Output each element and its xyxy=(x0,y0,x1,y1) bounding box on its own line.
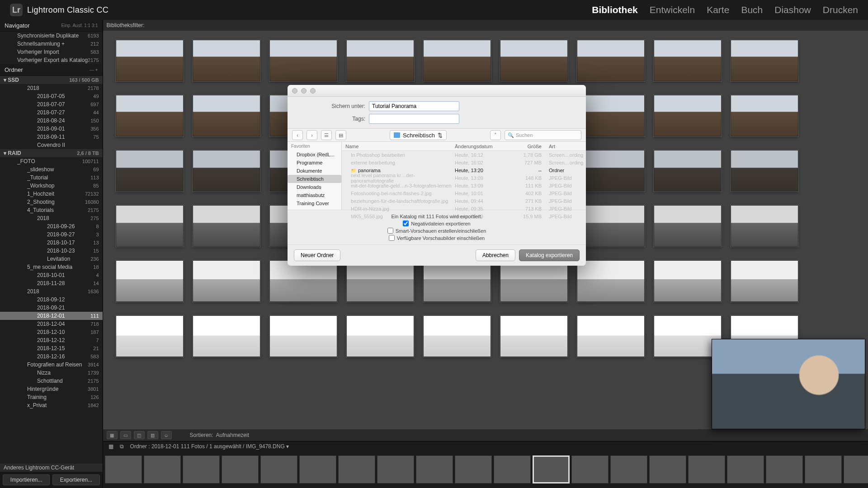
module-print[interactable]: Drucken xyxy=(823,5,858,15)
import-button[interactable]: Importieren... xyxy=(3,474,50,485)
folder-row[interactable]: 2018-09-12 xyxy=(0,296,103,304)
folder-row[interactable]: 2018275 xyxy=(0,214,103,222)
folder-row[interactable]: 2018-09-273 xyxy=(0,230,103,239)
thumbnail[interactable] xyxy=(269,40,337,81)
opt-smart-previews[interactable]: Smart-Vorschauen erstellen/einschließen xyxy=(387,228,486,234)
thumbnail[interactable] xyxy=(193,95,260,136)
thumbnail[interactable] xyxy=(116,150,184,192)
sidebar-favorite[interactable]: Training Cover xyxy=(288,199,341,207)
view-loupe-icon[interactable]: ▭ xyxy=(120,431,131,439)
filmstrip-thumb[interactable] xyxy=(144,455,181,483)
folder-row[interactable]: Schottland2175 xyxy=(0,377,103,385)
filmstrip-thumb[interactable] xyxy=(338,455,375,483)
new-folder-button[interactable]: Neuer Ordner xyxy=(294,249,340,261)
folder-row[interactable]: 2018-12-10187 xyxy=(0,328,103,336)
thumbnail[interactable] xyxy=(731,205,798,247)
folder-row[interactable]: Covendro II xyxy=(0,141,103,149)
sidebar-favorite[interactable]: Downloads xyxy=(288,183,341,191)
export-button[interactable]: Exportieren... xyxy=(52,474,99,485)
view-survey-icon[interactable]: ▥ xyxy=(147,431,158,439)
thumbnail[interactable] xyxy=(731,150,798,192)
folder-row[interactable]: 2018-07-2744 xyxy=(0,108,103,117)
module-slideshow[interactable]: Diashow xyxy=(774,5,811,15)
traffic-max-icon[interactable] xyxy=(310,88,316,94)
folder-row[interactable]: 2018-10-1713 xyxy=(0,239,103,247)
view-compare-icon[interactable]: ◫ xyxy=(134,431,145,439)
folder-row[interactable]: 2018-12-04718 xyxy=(0,320,103,328)
navigator-zoom[interactable]: Einp. Ausf. 1:1 3:1 xyxy=(61,23,98,28)
filmstrip-thumb[interactable] xyxy=(494,455,531,483)
filmstrip-thumb[interactable] xyxy=(105,455,142,483)
folder-row[interactable]: 2018-12-01111 xyxy=(0,312,103,320)
thumbnail[interactable] xyxy=(346,40,414,81)
collection-item[interactable]: Vorheriger Import583 xyxy=(0,48,103,56)
sidebar-favorite[interactable]: Dokumente xyxy=(288,167,341,175)
filmstrip-thumb[interactable] xyxy=(727,455,764,483)
thumbnail[interactable] xyxy=(116,95,184,136)
opt-negatives[interactable]: Negativdateien exportieren xyxy=(403,221,470,226)
traffic-close-icon[interactable] xyxy=(292,88,297,94)
filmstrip-thumb[interactable] xyxy=(416,455,453,483)
filmstrip-thumb[interactable] xyxy=(571,455,609,483)
file-row[interactable]: beziehungen-für-die-landschaftfotografie… xyxy=(342,197,586,205)
module-develop[interactable]: Entwickeln xyxy=(650,5,695,15)
collection-item[interactable]: Synchronisierte Duplikate6193 xyxy=(0,32,103,40)
folder-row[interactable]: 1_Hochzeit72132 xyxy=(0,190,103,198)
dialog-file-list[interactable]: NameÄnderungsdatumGrößeArt In Photoshop … xyxy=(342,142,586,210)
file-row[interactable]: next level panorama kr…der-panoramafotog… xyxy=(342,174,586,182)
filmstrip-thumb[interactable] xyxy=(688,455,725,483)
sidebar-favorite[interactable]: matthiasbutz xyxy=(288,191,341,199)
traffic-min-icon[interactable] xyxy=(301,88,307,94)
thumbnail[interactable] xyxy=(346,315,414,357)
thumbnail[interactable] xyxy=(654,150,722,192)
folder-row[interactable]: 5_me social Media18 xyxy=(0,263,103,271)
folder-row[interactable]: 2018-12-127 xyxy=(0,336,103,344)
filmstrip-thumb[interactable] xyxy=(222,455,259,483)
volume-row[interactable]: ▾ RAID2,6 / 8 TB xyxy=(0,149,103,157)
collection-item[interactable]: Schnellsammlung +212 xyxy=(0,40,103,48)
sort-value[interactable]: Aufnahmezeit xyxy=(216,432,249,438)
grid-toggle-icon[interactable]: ▦ xyxy=(108,443,113,450)
export-catalog-button[interactable]: Katalog exportieren xyxy=(519,249,580,261)
thumbnail[interactable] xyxy=(731,260,798,302)
thumbnail[interactable] xyxy=(731,40,798,81)
location-select[interactable]: Schreibtisch ⇅ xyxy=(390,130,447,140)
filmstrip-thumb[interactable] xyxy=(377,455,414,483)
view-group-icon[interactable]: ▤ xyxy=(335,130,346,140)
thumbnail[interactable] xyxy=(423,40,491,81)
folder-row[interactable]: Hintergründe3801 xyxy=(0,385,103,393)
thumbnail[interactable] xyxy=(193,315,260,357)
save-as-input[interactable] xyxy=(369,101,459,111)
filmstrip[interactable] xyxy=(103,451,868,488)
thumbnail[interactable] xyxy=(654,205,722,247)
folder-row[interactable]: _Tutorial113 xyxy=(0,174,103,182)
folders-header[interactable]: Ordner — + xyxy=(0,64,103,76)
filmstrip-thumb[interactable] xyxy=(183,455,220,483)
status-path[interactable]: Ordner : 2018-12-01 111 Fotos / 1 ausgew… xyxy=(130,443,289,450)
filmstrip-thumb[interactable] xyxy=(805,455,842,483)
sidebar-favorite[interactable]: Dropbox (RedL... xyxy=(288,150,341,159)
thumbnail[interactable] xyxy=(269,315,337,357)
thumbnail[interactable] xyxy=(654,95,722,136)
thumbnail[interactable] xyxy=(500,40,568,81)
folder-row[interactable]: 2018-09-01356 xyxy=(0,125,103,133)
file-row[interactable]: mit-der-fotografie-geld…n-3-fotografen-l… xyxy=(342,182,586,189)
folder-row[interactable]: _Workshop85 xyxy=(0,182,103,190)
expand-icon[interactable]: ˄ xyxy=(490,130,501,140)
view-people-icon[interactable]: ☺ xyxy=(161,431,172,439)
sidebar-favorite[interactable]: Schreibtisch xyxy=(288,175,341,183)
folder-row[interactable]: 2018-09-1175 xyxy=(0,133,103,141)
thumbnail[interactable] xyxy=(346,260,414,302)
folder-row[interactable]: 2018-10-014 xyxy=(0,271,103,279)
filmstrip-thumb[interactable] xyxy=(260,455,297,483)
file-row[interactable]: externe bearbeitungHeute, 16:02727 MBScr… xyxy=(342,159,586,166)
folder-row[interactable]: 2_Shooting16080 xyxy=(0,198,103,206)
folder-row[interactable]: 4_Tutorials2175 xyxy=(0,206,103,214)
thumbnail[interactable] xyxy=(193,40,260,81)
folder-row[interactable]: 20181636 xyxy=(0,287,103,296)
folder-row[interactable]: 2018-08-24150 xyxy=(0,117,103,125)
file-row[interactable]: Fotoshooting-bei-nacht-flashes-2.jpgHeut… xyxy=(342,189,586,197)
dialog-titlebar[interactable] xyxy=(288,85,586,97)
thumbnail[interactable] xyxy=(116,315,184,357)
filmstrip-thumb[interactable] xyxy=(610,455,647,483)
